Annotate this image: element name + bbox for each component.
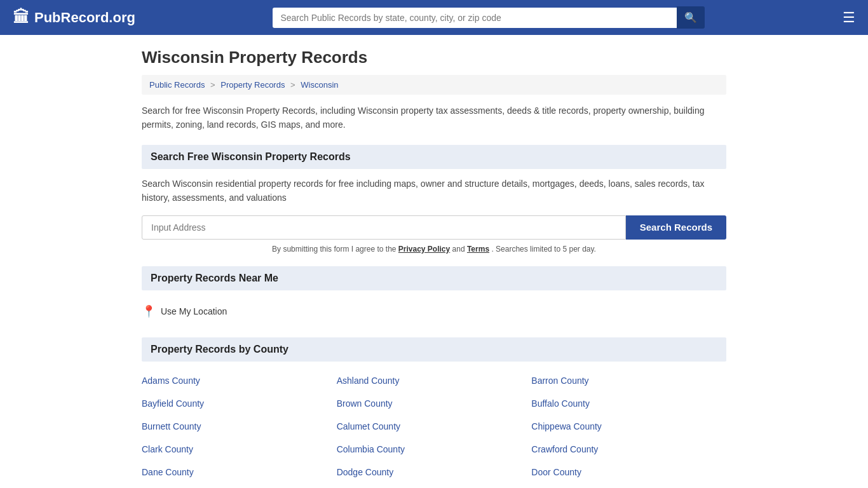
county-link[interactable]: Bayfield County xyxy=(142,392,337,415)
terms-link[interactable]: Terms xyxy=(467,245,489,254)
location-pin-icon: 📍 xyxy=(142,304,156,318)
site-header: 🏛 PubRecord.org 🔍 ☰ xyxy=(0,0,868,35)
disclaimer-text: By submitting this form I agree to the xyxy=(272,245,398,254)
county-link[interactable]: Douglas County xyxy=(142,484,337,488)
county-link[interactable]: Ashland County xyxy=(337,369,532,392)
privacy-policy-link[interactable]: Privacy Policy xyxy=(398,245,450,254)
county-link[interactable]: Door County xyxy=(531,461,726,484)
county-link[interactable]: Buffalo County xyxy=(531,392,726,415)
county-link[interactable]: Crawford County xyxy=(531,438,726,461)
page-title: Wisconsin Property Records xyxy=(142,48,726,67)
form-disclaimer: By submitting this form I agree to the P… xyxy=(142,245,726,254)
address-input[interactable] xyxy=(142,215,626,240)
search-records-button[interactable]: Search Records xyxy=(626,215,726,240)
site-logo[interactable]: 🏛 PubRecord.org xyxy=(13,8,135,27)
county-link[interactable]: Dodge County xyxy=(337,461,532,484)
header-search-button[interactable]: 🔍 xyxy=(677,6,705,29)
disclaimer-suffix: . Searches limited to 5 per day. xyxy=(491,245,596,254)
county-link[interactable]: Calumet County xyxy=(337,415,532,438)
building-icon: 🏛 xyxy=(13,8,29,27)
header-search-input[interactable] xyxy=(273,8,677,28)
page-description: Search for free Wisconsin Property Recor… xyxy=(142,104,726,132)
use-location-label: Use My Location xyxy=(161,306,227,316)
breadcrumb-separator-2: > xyxy=(290,80,297,90)
near-me-heading: Property Records Near Me xyxy=(142,266,726,290)
use-location-button[interactable]: 📍 Use My Location xyxy=(142,298,726,325)
county-link[interactable]: Dunn County xyxy=(337,484,532,488)
main-content: Wisconsin Property Records Public Record… xyxy=(129,35,739,488)
breadcrumb-public-records[interactable]: Public Records xyxy=(149,80,205,90)
header-search-form: 🔍 xyxy=(273,6,705,29)
county-link[interactable]: Clark County xyxy=(142,438,337,461)
search-icon: 🔍 xyxy=(684,12,697,23)
near-me-section: Property Records Near Me 📍 Use My Locati… xyxy=(142,266,726,325)
breadcrumb-wisconsin[interactable]: Wisconsin xyxy=(301,80,338,90)
address-search-form: Search Records xyxy=(142,215,726,240)
search-section: Search Free Wisconsin Property Records S… xyxy=(142,145,726,254)
county-link[interactable]: Chippewa County xyxy=(531,415,726,438)
county-grid: Adams CountyAshland CountyBarron CountyB… xyxy=(142,369,726,488)
county-link[interactable]: Brown County xyxy=(337,392,532,415)
county-link[interactable]: Eau Claire County xyxy=(531,484,726,488)
county-link[interactable]: Barron County xyxy=(531,369,726,392)
county-link[interactable]: Dane County xyxy=(142,461,337,484)
search-section-description: Search Wisconsin residential property re… xyxy=(142,177,726,205)
breadcrumb-separator-1: > xyxy=(210,80,217,90)
breadcrumb: Public Records > Property Records > Wisc… xyxy=(142,75,726,95)
menu-icon[interactable]: ☰ xyxy=(843,10,855,26)
logo-text: PubRecord.org xyxy=(34,10,135,26)
county-link[interactable]: Burnett County xyxy=(142,415,337,438)
search-section-heading: Search Free Wisconsin Property Records xyxy=(142,145,726,169)
breadcrumb-property-records[interactable]: Property Records xyxy=(220,80,285,90)
county-section-heading: Property Records by County xyxy=(142,337,726,362)
disclaimer-and: and xyxy=(452,245,467,254)
county-section: Property Records by County Adams CountyA… xyxy=(142,337,726,488)
county-link[interactable]: Columbia County xyxy=(337,438,532,461)
county-link[interactable]: Adams County xyxy=(142,369,337,392)
